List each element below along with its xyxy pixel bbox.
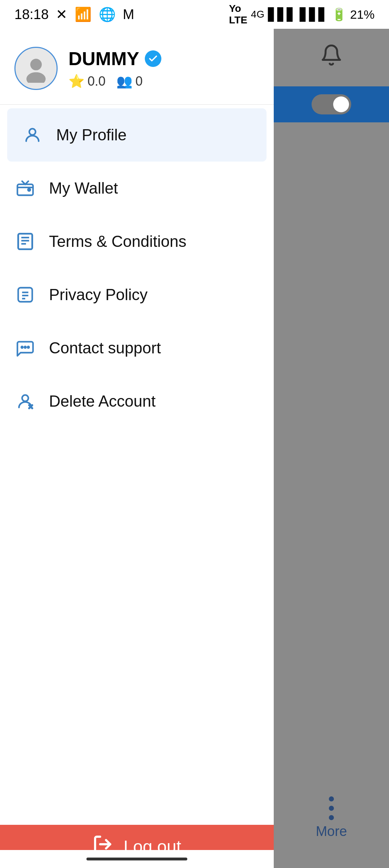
friends-count: 0 xyxy=(135,74,143,89)
menu-list: My Profile My Wallet xyxy=(0,105,274,825)
activity-icon: ✕ xyxy=(56,6,67,22)
menu-item-my-profile[interactable]: My Profile xyxy=(7,108,267,162)
menu-item-delete-account-label: Delete Account xyxy=(49,392,156,410)
svg-point-0 xyxy=(30,59,42,70)
home-indicator xyxy=(0,850,274,868)
main-layout: DUMMY ⭐ 0.0 👥 0 xyxy=(0,29,389,868)
rating-stat: ⭐ 0.0 xyxy=(68,74,106,89)
terms-icon xyxy=(14,231,36,252)
menu-item-my-profile-label: My Profile xyxy=(56,126,127,144)
menu-item-my-wallet-label: My Wallet xyxy=(49,179,118,197)
lte-icon: YoLTE xyxy=(229,3,247,26)
profile-header: DUMMY ⭐ 0.0 👥 0 xyxy=(0,29,274,105)
profile-stats: ⭐ 0.0 👥 0 xyxy=(68,74,161,89)
profile-info: DUMMY ⭐ 0.0 👥 0 xyxy=(68,48,161,89)
more-label: More xyxy=(316,824,347,839)
svg-point-16 xyxy=(28,347,29,348)
profile-name-row: DUMMY xyxy=(68,48,161,69)
dot3 xyxy=(329,815,334,820)
menu-item-delete-account[interactable]: Delete Account xyxy=(0,375,274,428)
rating-value: 0.0 xyxy=(88,74,106,89)
battery-icon: 🔋 xyxy=(331,7,346,22)
checkmark-icon xyxy=(148,54,158,64)
mail-icon: M xyxy=(123,7,134,22)
avatar xyxy=(14,47,58,90)
notification-area xyxy=(274,29,389,86)
right-panel: More xyxy=(274,29,389,868)
drawer-spacer xyxy=(0,428,274,821)
signal-icon2: ▋▋▋ xyxy=(300,7,328,22)
privacy-icon xyxy=(14,284,36,306)
menu-item-terms-label: Terms & Conditions xyxy=(49,232,186,250)
battery-percent: 21% xyxy=(350,8,375,22)
right-main-area xyxy=(274,122,389,767)
dot2 xyxy=(329,806,334,811)
avatar-svg xyxy=(22,54,50,83)
contact-support-icon xyxy=(14,337,36,359)
status-bar: 18:18 ✕ 📶 🌐 M YoLTE 4G ▋▋▋ ▋▋▋ 🔋 21% xyxy=(0,0,389,29)
globe-icon: 🌐 xyxy=(99,6,116,22)
svg-point-15 xyxy=(24,347,26,348)
wifi-icon: 📶 xyxy=(75,6,91,22)
delete-account-icon xyxy=(14,390,36,412)
svg-point-4 xyxy=(28,189,31,191)
friends-icon: 👥 xyxy=(116,74,133,89)
menu-item-my-wallet[interactable]: My Wallet xyxy=(0,162,274,215)
4g-icon: 4G xyxy=(251,9,264,20)
home-indicator-bar xyxy=(86,858,187,860)
wallet-icon xyxy=(14,177,36,199)
profile-icon xyxy=(22,124,43,146)
svg-point-14 xyxy=(21,347,23,348)
toggle-knob xyxy=(333,96,349,112)
menu-item-terms[interactable]: Terms & Conditions xyxy=(0,215,274,268)
menu-item-contact-support[interactable]: Contact support xyxy=(0,321,274,375)
verified-badge xyxy=(145,50,161,67)
time: 18:18 xyxy=(14,7,49,22)
toggle-switch[interactable] xyxy=(312,94,351,114)
dot1 xyxy=(329,796,334,801)
svg-point-17 xyxy=(22,395,28,401)
bell-icon xyxy=(320,44,343,72)
toggle-strip xyxy=(274,86,389,122)
more-section[interactable]: More xyxy=(274,767,389,868)
profile-name: DUMMY xyxy=(68,48,139,69)
status-bar-left: 18:18 ✕ 📶 🌐 M xyxy=(14,6,134,22)
menu-item-privacy-label: Privacy Policy xyxy=(49,286,148,304)
star-icon: ⭐ xyxy=(68,74,85,89)
signal-icon: ▋▋▋ xyxy=(268,7,296,22)
friends-stat: 👥 0 xyxy=(116,74,143,89)
menu-item-privacy[interactable]: Privacy Policy xyxy=(0,268,274,321)
svg-point-2 xyxy=(29,129,35,135)
menu-item-contact-support-label: Contact support xyxy=(49,339,161,357)
svg-point-1 xyxy=(26,72,45,83)
drawer: DUMMY ⭐ 0.0 👥 0 xyxy=(0,29,274,868)
status-bar-right: YoLTE 4G ▋▋▋ ▋▋▋ 🔋 21% xyxy=(229,3,375,26)
more-dots xyxy=(329,796,334,820)
